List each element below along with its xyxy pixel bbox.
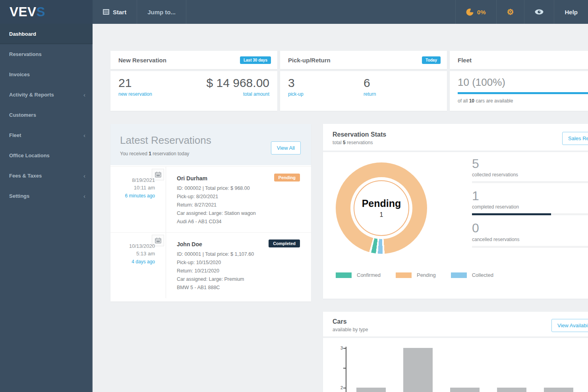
sidebar-item-dashboard[interactable]: Dashboard [0, 24, 93, 44]
sidebar-item-settings[interactable]: Settings‹ [0, 186, 93, 206]
legend-label: Collected [472, 272, 493, 278]
new-reservation-card: New Reservation Last 30 days 21 new rese… [110, 51, 277, 111]
sales-report-button[interactable]: Sales Report [562, 132, 588, 145]
reservation-stats-subtitle: total 5 reservations [333, 140, 588, 145]
reservation-detail-line: Car assigned: Large: Station wagon [177, 209, 302, 218]
view-availability-button[interactable]: View Availability [551, 319, 588, 332]
status-badge: Completed [269, 239, 300, 247]
stat-progress-track [472, 181, 588, 183]
help-button[interactable]: Help [554, 0, 588, 24]
start-button[interactable]: Start [93, 0, 137, 24]
card-title: Pick-up/Return [288, 57, 331, 64]
bar [356, 388, 386, 392]
reservation-detail-line: ID: 000001 | Total price: $ 1,107.60 [177, 250, 302, 259]
bar [450, 388, 480, 392]
sidebar-item-fees-taxes[interactable]: Fees & Taxes‹ [0, 166, 93, 186]
sidebar-item-label: Office Locations [9, 153, 50, 158]
reservation-time-ago: 6 minutes ago [110, 192, 155, 200]
pickup-return-card-body: 3 pick-up 6 return [280, 71, 447, 111]
new-reservation-count: 21 [118, 76, 153, 89]
bar [544, 388, 573, 392]
status-badge: Pending [274, 174, 300, 182]
logo-text: VEVS [10, 4, 45, 19]
new-reservation-card-body: 21 new reservation $ 14 968.00 total amo… [110, 71, 277, 111]
stat-label: cancelled reservations [472, 237, 588, 242]
chevron-left-icon: ‹ [83, 132, 85, 139]
sidebar-item-office-locations[interactable]: Office Locations [0, 145, 93, 166]
reservation-detail-line: Return: 10/21/2020 [177, 267, 302, 275]
reservations-donut-chart[interactable]: Pending 1 [336, 162, 427, 254]
sidebar-item-fleet[interactable]: Fleet‹ [0, 125, 93, 145]
reservation-detail-line: Audi A6 - AB1 CD34 [177, 218, 302, 226]
stat-label: completed reservation [472, 204, 588, 210]
fleet-card-header: Fleet Today [450, 51, 588, 69]
stat-row-cancelled-reservations: 0cancelled reservations [472, 221, 588, 247]
y-axis-tick [343, 388, 346, 388]
latest-reservations-panel: Latest Reservations You received 1 reser… [110, 124, 311, 301]
donut-center: Pending 1 [336, 162, 427, 254]
jump-to-dropdown[interactable]: Jump to... [137, 0, 186, 24]
reservation-timestamp: 10/13/2020 5:13 am 4 days ago [110, 242, 155, 266]
reservation-stats-header: Reservation Stats total 5 reservations S… [323, 124, 588, 152]
reservation-timestamp: 8/19/2021 10:11 am 6 minutes ago [110, 176, 155, 200]
pickup-block: 3 pick-up [288, 76, 364, 106]
reservation-date: 8/19/2021 [110, 176, 155, 184]
return-block: 6 return [364, 76, 439, 106]
legend-swatch [451, 272, 467, 278]
top-navbar: VEVS Start Jump to... 0% ⚙ Help [0, 0, 588, 24]
donut-center-value: 1 [380, 211, 383, 218]
view-all-button[interactable]: View All [271, 141, 301, 154]
sidebar-item-invoices[interactable]: Invoices [0, 64, 93, 85]
settings-menu-button[interactable]: ⚙ [496, 0, 524, 24]
list-icon [103, 9, 109, 15]
reservation-date: 10/13/2020 [110, 242, 155, 250]
reservation-time-ago: 4 days ago [110, 258, 155, 266]
total-amount: $ 14 968.00 [207, 76, 269, 89]
cars-title: Cars [333, 318, 588, 325]
stat-value: 0 [472, 221, 588, 235]
sidebar-item-label: Fees & Taxes [9, 173, 42, 179]
stat-value: 1 [472, 189, 588, 203]
sidebar-item-label: Activity & Reports [9, 92, 54, 98]
sidebar-item-activity-reports[interactable]: Activity & Reports‹ [0, 85, 93, 105]
reservation-detail-line: ID: 000002 | Total price: $ 968.00 [177, 184, 302, 193]
cars-subtitle: available by type [333, 327, 588, 332]
preview-site-button[interactable] [524, 0, 554, 24]
reservation-stats-panel: Reservation Stats total 5 reservations S… [323, 124, 588, 299]
cars-panel: Cars available by type View Availability… [323, 312, 588, 392]
logo[interactable]: VEVS [0, 0, 93, 24]
fleet-progress-bar [458, 92, 588, 94]
usage-indicator[interactable]: 0% [455, 0, 496, 24]
reservation-list-item[interactable]: 10/13/2020 5:13 am 4 days ago John Doe I… [110, 232, 311, 298]
reservation-time: 10:11 am [110, 184, 155, 191]
sidebar-item-customers[interactable]: Customers [0, 105, 93, 125]
reservation-stats-title: Reservation Stats [333, 131, 588, 138]
reservation-detail-line: Car assigned: Large: Premium [177, 275, 302, 284]
card-title: New Reservation [118, 57, 166, 64]
reservation-stats-body: Pending 1 5collected reservations1comple… [323, 152, 588, 290]
jump-to-label: Jump to... [147, 9, 176, 15]
help-label: Help [565, 9, 578, 15]
bar [403, 348, 433, 392]
stat-row-collected-reservations: 5collected reservations [472, 157, 588, 183]
new-reservation-count-block: 21 new reservation [118, 76, 153, 106]
reservation-list-item[interactable]: 8/19/2021 10:11 am 6 minutes ago Ori Dur… [110, 166, 311, 232]
fleet-availability-value: 10 (100%) [458, 76, 588, 89]
reservation-detail-lines: ID: 000001 | Total price: $ 1,107.60Pick… [177, 250, 302, 292]
chevron-left-icon: ‹ [83, 193, 85, 199]
reservations-list: 8/19/2021 10:11 am 6 minutes ago Ori Dur… [110, 165, 311, 301]
eye-icon [535, 9, 544, 15]
sidebar-item-label: Fleet [9, 132, 21, 138]
reservation-detail-line: Return: 8/27/2021 [177, 201, 302, 209]
navbar-right: 0% ⚙ Help [455, 0, 588, 24]
legend-label: Confirmed [357, 272, 381, 278]
sidebar-item-label: Reservations [9, 51, 42, 57]
sidebar-item-label: Dashboard [9, 31, 36, 37]
start-label: Start [113, 9, 126, 15]
period-badge: Last 30 days [240, 56, 271, 64]
new-reservation-card-header: New Reservation Last 30 days [110, 51, 277, 69]
y-axis [346, 347, 346, 392]
stat-row-completed-reservation: 1completed reservation [472, 189, 588, 215]
legend-item-pending: Pending [396, 272, 436, 278]
sidebar-item-reservations[interactable]: Reservations [0, 44, 93, 64]
